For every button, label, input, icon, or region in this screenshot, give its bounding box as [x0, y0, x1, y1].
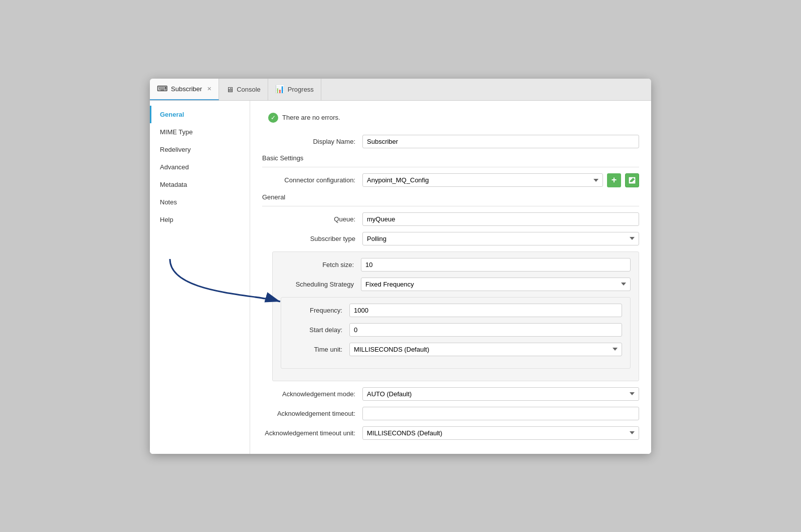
tab-progress[interactable]: 📊 Progress — [268, 79, 321, 100]
tab-bar: ⌨ Subscriber ✕ 🖥 Console 📊 Progress — [150, 79, 651, 101]
queue-control — [362, 212, 639, 226]
ack-mode-control: AUTO (Default) MANUAL NONE — [362, 387, 639, 401]
console-tab-icon: 🖥 — [226, 85, 234, 94]
sidebar-item-advanced[interactable]: Advanced — [150, 158, 250, 176]
fetch-size-control — [361, 258, 631, 272]
display-name-label: Display Name: — [262, 138, 362, 145]
start-delay-label: Start delay: — [289, 326, 349, 334]
fetch-size-input[interactable] — [361, 258, 631, 272]
ack-timeout-label: Acknowledgement timeout: — [262, 410, 362, 417]
frequency-label: Frequency: — [289, 307, 349, 314]
tab-progress-label: Progress — [288, 86, 314, 93]
subscriber-tab-icon: ⌨ — [157, 84, 168, 93]
ack-timeout-unit-label: Acknowledgement timeout unit: — [262, 429, 362, 437]
status-bar: ✓ There are no errors. — [262, 109, 639, 127]
ack-mode-select[interactable]: AUTO (Default) MANUAL NONE — [362, 387, 639, 401]
progress-tab-icon: 📊 — [275, 85, 285, 94]
tab-close-icon[interactable]: ✕ — [207, 86, 212, 92]
general-section-header: General — [262, 193, 639, 201]
queue-label: Queue: — [262, 215, 362, 223]
display-name-row: Display Name: — [262, 135, 639, 148]
main-content: General MIME Type Redelivery Advanced Me… — [150, 101, 651, 454]
ack-timeout-row: Acknowledgement timeout: — [262, 407, 639, 420]
frequency-row: Frequency: — [289, 304, 622, 317]
time-unit-label: Time unit: — [289, 346, 349, 353]
ack-mode-row: Acknowledgement mode: AUTO (Default) MAN… — [262, 387, 639, 401]
ack-timeout-input[interactable] — [362, 407, 639, 420]
start-delay-control — [349, 323, 622, 337]
sidebar-item-general[interactable]: General — [150, 106, 250, 123]
queue-row: Queue: — [262, 212, 639, 226]
general-divider — [262, 206, 639, 206]
fetch-size-label: Fetch size: — [281, 261, 361, 269]
frequency-input[interactable] — [349, 304, 622, 317]
tab-subscriber-label: Subscriber — [171, 85, 202, 93]
sidebar: General MIME Type Redelivery Advanced Me… — [150, 101, 250, 454]
tab-console[interactable]: 🖥 Console — [219, 79, 268, 100]
queue-input[interactable] — [362, 212, 639, 226]
connector-config-control: Anypoint_MQ_Config + — [362, 173, 639, 187]
basic-settings-header: Basic Settings — [262, 154, 639, 162]
display-name-input[interactable] — [362, 135, 639, 148]
time-unit-select[interactable]: MILLISECONDS (Default) SECONDS MINUTES H… — [349, 343, 622, 356]
ack-timeout-unit-control: MILLISECONDS (Default) SECONDS MINUTES H… — [362, 426, 639, 440]
connector-config-select[interactable]: Anypoint_MQ_Config — [362, 173, 603, 187]
scheduling-strategy-label: Scheduling Strategy — [281, 281, 361, 288]
fetch-size-row: Fetch size: — [281, 258, 631, 272]
time-unit-control: MILLISECONDS (Default) SECONDS MINUTES H… — [349, 343, 622, 356]
subscriber-type-select[interactable]: Polling Push — [362, 232, 639, 245]
start-delay-row: Start delay: — [289, 323, 622, 337]
edit-connector-button[interactable] — [625, 173, 639, 187]
polling-section: Fetch size: Scheduling Strategy Fixed Fr… — [272, 251, 639, 381]
add-connector-button[interactable]: + — [607, 173, 621, 187]
start-delay-input[interactable] — [349, 323, 622, 337]
ack-timeout-unit-select[interactable]: MILLISECONDS (Default) SECONDS MINUTES H… — [362, 426, 639, 440]
ack-timeout-unit-row: Acknowledgement timeout unit: MILLISECON… — [262, 426, 639, 440]
scheduling-strategy-select[interactable]: Fixed Frequency Cron — [361, 278, 631, 291]
form-area: ✓ There are no errors. Display Name: Bas… — [250, 101, 651, 454]
connector-config-row: Connector configuration: Anypoint_MQ_Con… — [262, 173, 639, 187]
time-unit-row: Time unit: MILLISECONDS (Default) SECOND… — [289, 343, 622, 356]
subscriber-type-row: Subscriber type Polling Push — [262, 232, 639, 245]
connector-row: Anypoint_MQ_Config + — [362, 173, 639, 187]
status-ok-icon: ✓ — [268, 113, 278, 123]
subscriber-type-label: Subscriber type — [262, 235, 362, 242]
sidebar-item-mime-type[interactable]: MIME Type — [150, 123, 250, 141]
tab-subscriber[interactable]: ⌨ Subscriber ✕ — [150, 79, 219, 100]
frequency-control — [349, 304, 622, 317]
sidebar-item-metadata[interactable]: Metadata — [150, 176, 250, 193]
scheduling-strategy-control: Fixed Frequency Cron — [361, 278, 631, 291]
tab-console-label: Console — [237, 86, 261, 93]
fixed-frequency-section: Frequency: Start delay: — [281, 297, 631, 369]
connector-config-label: Connector configuration: — [262, 176, 362, 184]
ack-mode-label: Acknowledgement mode: — [262, 390, 362, 398]
subscriber-type-control: Polling Push — [362, 232, 639, 245]
sidebar-item-redelivery[interactable]: Redelivery — [150, 141, 250, 158]
basic-settings-divider — [262, 167, 639, 167]
sidebar-item-help[interactable]: Help — [150, 211, 250, 228]
ack-timeout-control — [362, 407, 639, 420]
scheduling-strategy-row: Scheduling Strategy Fixed Frequency Cron — [281, 278, 631, 291]
status-message: There are no errors. — [282, 114, 340, 121]
sidebar-item-notes[interactable]: Notes — [150, 193, 250, 211]
display-name-control — [362, 135, 639, 148]
